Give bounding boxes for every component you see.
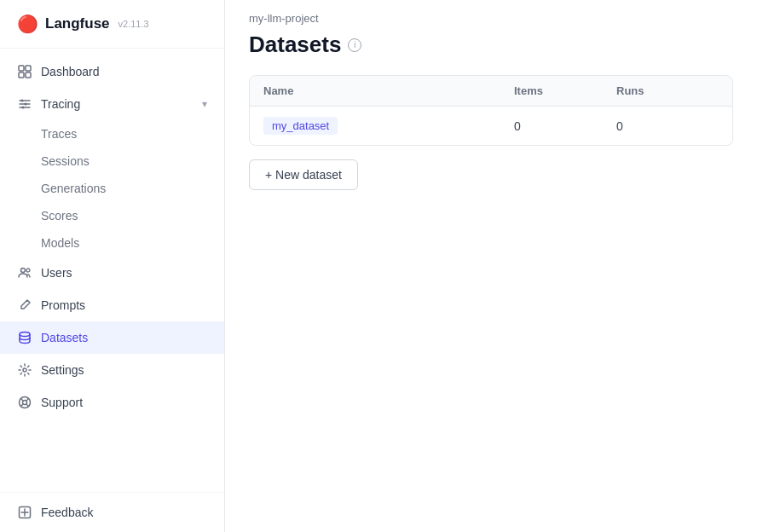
tracing-icon (17, 96, 32, 112)
dashboard-icon (17, 64, 32, 79)
sidebar: 🔴 Langfuse v2.11.3 Dashboard (0, 0, 225, 532)
datasets-label: Datasets (41, 331, 88, 344)
generations-label: Generations (41, 182, 106, 195)
page-header: Datasets i (225, 25, 757, 75)
content-area: Name Items Runs my_dataset 0 0 + New dat… (225, 75, 757, 190)
svg-point-15 (23, 401, 27, 405)
tracing-chevron: ▾ (202, 98, 207, 110)
models-label: Models (41, 236, 79, 250)
dataset-name-badge[interactable]: my_dataset (263, 117, 338, 135)
main-content: my-llm-project Datasets i Name Items Run… (225, 0, 757, 532)
sidebar-item-generations[interactable]: Generations (0, 175, 224, 202)
feedback-label: Feedback (41, 506, 93, 519)
prompts-icon (17, 298, 32, 313)
sidebar-item-traces[interactable]: Traces (0, 120, 224, 147)
svg-point-10 (21, 269, 26, 273)
sidebar-item-sessions[interactable]: Sessions (0, 147, 224, 175)
sidebar-item-support[interactable]: Support (0, 386, 224, 419)
svg-point-13 (23, 368, 26, 372)
sidebar-item-prompts[interactable]: Prompts (0, 289, 224, 321)
users-label: Users (41, 266, 72, 280)
settings-icon (17, 362, 32, 378)
cell-runs: 0 (616, 119, 719, 133)
page-title: Datasets (249, 32, 341, 58)
cell-name: my_dataset (263, 117, 514, 135)
users-icon (17, 265, 32, 280)
datasets-table: Name Items Runs my_dataset 0 0 (249, 75, 733, 146)
sidebar-bottom: Feedback (0, 492, 224, 532)
svg-point-9 (22, 107, 25, 109)
sidebar-item-tracing[interactable]: Tracing ▾ (0, 88, 224, 120)
sidebar-item-scores[interactable]: Scores (0, 202, 224, 229)
tracing-label: Tracing (41, 97, 80, 111)
col-name: Name (263, 84, 514, 97)
support-label: Support (41, 396, 83, 409)
svg-point-11 (26, 269, 30, 272)
table-row: my_dataset 0 0 (250, 107, 732, 145)
sidebar-item-feedback[interactable]: Feedback (0, 496, 224, 529)
table-header: Name Items Runs (250, 76, 732, 107)
sidebar-nav: Dashboard Tracing ▾ Traces Sessions (0, 49, 224, 492)
svg-point-8 (25, 103, 27, 106)
sidebar-item-dashboard[interactable]: Dashboard (0, 55, 224, 88)
support-icon (17, 395, 32, 410)
scores-label: Scores (41, 209, 78, 223)
sidebar-item-users[interactable]: Users (0, 257, 224, 289)
datasets-icon (17, 330, 32, 345)
app-name: Langfuse (45, 15, 110, 32)
sidebar-item-datasets[interactable]: Datasets (0, 321, 224, 354)
svg-rect-3 (26, 72, 31, 78)
logo-icon: 🔴 (17, 14, 38, 34)
svg-rect-1 (26, 66, 31, 71)
app-version: v2.11.3 (118, 19, 149, 29)
dashboard-label: Dashboard (41, 65, 100, 78)
sidebar-item-settings[interactable]: Settings (0, 354, 224, 386)
svg-rect-0 (19, 66, 24, 71)
new-dataset-button[interactable]: + New dataset (249, 159, 358, 190)
svg-point-7 (21, 100, 24, 102)
traces-label: Traces (41, 127, 77, 141)
info-icon[interactable]: i (348, 38, 361, 52)
sessions-label: Sessions (41, 154, 90, 168)
col-runs: Runs (616, 84, 719, 97)
logo-area: 🔴 Langfuse v2.11.3 (0, 0, 224, 49)
sidebar-item-models[interactable]: Models (0, 229, 224, 257)
prompts-label: Prompts (41, 298, 85, 312)
col-items: Items (514, 84, 616, 97)
svg-point-12 (20, 332, 30, 337)
cell-items: 0 (514, 119, 616, 133)
breadcrumb: my-llm-project (225, 0, 757, 25)
feedback-icon (17, 505, 32, 520)
settings-label: Settings (41, 363, 84, 377)
svg-rect-2 (19, 72, 24, 78)
